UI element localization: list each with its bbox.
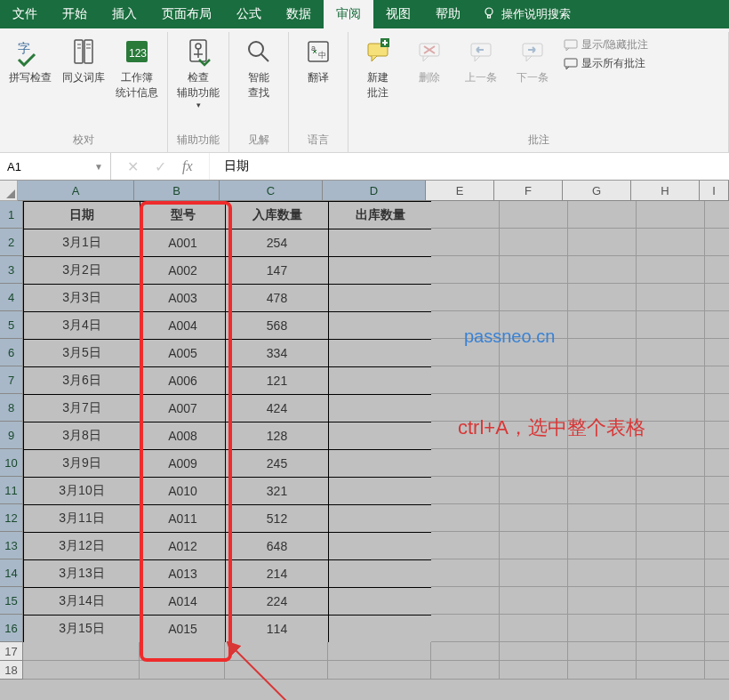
cell-A8[interactable]: 3月7日 [23, 394, 140, 422]
cell-H12[interactable] [637, 504, 705, 532]
cell-B13[interactable]: A012 [140, 532, 226, 560]
cell-F18[interactable] [500, 661, 568, 680]
cell-A9[interactable]: 3月8日 [23, 422, 140, 450]
cell-B16[interactable]: A015 [140, 615, 226, 643]
cell-D3[interactable] [328, 256, 432, 285]
cell-I4[interactable] [705, 284, 729, 311]
cell-B2[interactable]: A001 [140, 229, 226, 257]
row-header-5[interactable]: 5 [0, 311, 23, 339]
row-header-16[interactable]: 16 [0, 615, 23, 642]
cell-H10[interactable] [637, 449, 705, 477]
cell-F17[interactable] [500, 642, 568, 661]
cell-C18[interactable] [225, 661, 328, 680]
cell-G11[interactable] [568, 477, 637, 504]
cell-B17[interactable] [140, 642, 225, 661]
cell-D12[interactable] [328, 504, 432, 533]
cell-C14[interactable]: 214 [225, 559, 329, 588]
cell-F2[interactable] [500, 229, 568, 256]
row-header-11[interactable]: 11 [0, 477, 23, 504]
cell-I12[interactable] [705, 504, 729, 532]
cell-G5[interactable] [568, 311, 637, 339]
row-header-2[interactable]: 2 [0, 229, 23, 256]
cell-C2[interactable]: 254 [225, 229, 329, 257]
cell-A3[interactable]: 3月2日 [23, 256, 140, 285]
cell-A15[interactable]: 3月14日 [23, 587, 140, 616]
cell-E7[interactable] [431, 366, 500, 394]
cell-A10[interactable]: 3月9日 [23, 449, 140, 478]
cell-G2[interactable] [568, 229, 637, 256]
cell-C17[interactable] [225, 642, 328, 661]
cell-I11[interactable] [705, 477, 729, 504]
cell-A4[interactable]: 3月3日 [23, 284, 140, 312]
cell-A12[interactable]: 3月11日 [23, 504, 140, 533]
cell-I8[interactable] [705, 394, 729, 422]
cell-B14[interactable]: A013 [140, 559, 226, 588]
cell-C15[interactable]: 224 [225, 587, 329, 616]
cell-D5[interactable] [328, 311, 432, 340]
cell-D8[interactable] [328, 394, 432, 422]
cell-E14[interactable] [431, 559, 500, 587]
cell-D17[interactable] [328, 642, 431, 661]
cell-D11[interactable] [328, 477, 432, 505]
cell-D4[interactable] [328, 284, 432, 312]
cell-A5[interactable]: 3月4日 [23, 311, 140, 340]
cell-B12[interactable]: A011 [140, 504, 226, 533]
cell-D13[interactable] [328, 532, 432, 560]
menu-tab-4[interactable]: 公式 [224, 0, 274, 28]
cell-F16[interactable] [500, 615, 568, 642]
new-comment-button[interactable]: 新建 批注 [354, 34, 402, 102]
cell-C5[interactable]: 568 [225, 311, 329, 340]
cell-C4[interactable]: 478 [225, 284, 329, 312]
cell-F10[interactable] [500, 449, 568, 477]
cell-G16[interactable] [568, 615, 637, 642]
cell-A2[interactable]: 3月1日 [23, 229, 140, 257]
check-accessibility-button[interactable]: 检查 辅助功能 ▾ [173, 34, 223, 111]
row-header-8[interactable]: 8 [0, 394, 23, 422]
col-header-H[interactable]: H [631, 181, 700, 201]
cell-F13[interactable] [500, 532, 568, 559]
cell-H13[interactable] [637, 532, 705, 559]
row-header-10[interactable]: 10 [0, 449, 23, 477]
col-header-B[interactable]: B [134, 181, 220, 201]
cell-I9[interactable] [705, 422, 729, 449]
menu-tab-8[interactable]: 帮助 [423, 0, 473, 28]
cell-C16[interactable]: 114 [225, 615, 329, 643]
cell-E10[interactable] [431, 449, 500, 477]
menu-tab-1[interactable]: 开始 [50, 0, 100, 28]
cell-D7[interactable] [328, 366, 432, 395]
cell-I5[interactable] [705, 311, 729, 339]
menu-tab-0[interactable]: 文件 [0, 0, 50, 28]
cell-E16[interactable] [431, 615, 500, 642]
cell-H9[interactable] [637, 422, 705, 449]
cell-C3[interactable]: 147 [225, 256, 329, 285]
cell-E11[interactable] [431, 477, 500, 504]
col-header-I[interactable]: I [700, 181, 729, 201]
smart-lookup-button[interactable]: 智能 查找 [235, 34, 283, 102]
cell-H14[interactable] [637, 559, 705, 587]
row-header-14[interactable]: 14 [0, 559, 23, 587]
col-header-A[interactable]: A [18, 181, 134, 201]
menu-tab-7[interactable]: 视图 [373, 0, 423, 28]
row-header-4[interactable]: 4 [0, 284, 23, 311]
cell-C11[interactable]: 321 [225, 477, 329, 505]
cell-A7[interactable]: 3月6日 [23, 366, 140, 395]
col-header-G[interactable]: G [563, 181, 631, 201]
cell-G18[interactable] [568, 661, 637, 680]
cell-I2[interactable] [705, 229, 729, 256]
cell-C6[interactable]: 334 [225, 339, 329, 367]
cell-H4[interactable] [637, 284, 705, 311]
cell-D18[interactable] [328, 661, 431, 680]
cell-G15[interactable] [568, 587, 637, 615]
cell-B1[interactable]: 型号 [140, 201, 226, 229]
cell-A11[interactable]: 3月10日 [23, 477, 140, 505]
thesaurus-button[interactable]: 同义词库 [59, 34, 108, 102]
cell-H16[interactable] [637, 615, 705, 642]
cell-H1[interactable] [637, 201, 705, 229]
cell-H15[interactable] [637, 587, 705, 615]
cell-H18[interactable] [637, 661, 705, 680]
cell-H7[interactable] [637, 366, 705, 394]
cell-B6[interactable]: A005 [140, 339, 226, 367]
cell-F11[interactable] [500, 477, 568, 504]
cell-A14[interactable]: 3月13日 [23, 559, 140, 588]
cell-B15[interactable]: A014 [140, 587, 226, 616]
